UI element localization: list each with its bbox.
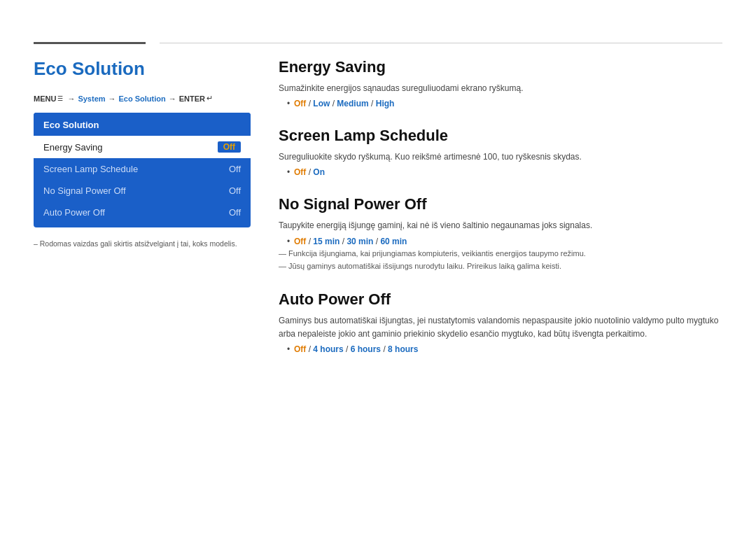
menu-arrow-1: → (67, 94, 75, 103)
option-15min: 15 min (313, 237, 340, 246)
menu-word: MENU (34, 94, 56, 103)
menu-path: MENU ☰ → System → Eco Solution → ENTER ↵ (34, 94, 251, 103)
section-title-auto-power: Auto Power Off (279, 290, 722, 309)
top-line-right (160, 43, 722, 43)
section-desc-auto-power: Gaminys bus automatiškai išjungtas, jei … (279, 314, 722, 341)
menu-system: System (78, 94, 105, 103)
top-line-left (34, 42, 146, 44)
nav-value-no-signal: Off (229, 185, 241, 196)
section-desc-energy-saving: Sumažinkite energijos sąnaudas sureguliu… (279, 82, 722, 95)
menu-enter: ENTER (179, 94, 205, 103)
section-desc-no-signal: Taupykite energiją išjungę gaminį, kai n… (279, 219, 722, 232)
section-auto-power: Auto Power Off Gaminys bus automatiškai … (279, 290, 722, 354)
nav-value-energy-saving: Off (218, 141, 241, 153)
section-title-screen-lamp: Screen Lamp Schedule (279, 127, 722, 145)
nav-value-auto-power: Off (229, 207, 241, 218)
option-low: Low (313, 99, 330, 108)
option-on: On (313, 167, 325, 177)
nav-label-screen-lamp: Screen Lamp Schedule (43, 164, 138, 174)
left-panel: Eco Solution MENU ☰ → System → Eco Solut… (34, 58, 251, 372)
option-medium: Medium (337, 99, 368, 108)
options-no-signal: Off / 15 min / 30 min / 60 min (287, 237, 722, 246)
menu-arrow-2: → (108, 94, 116, 103)
options-screen-lamp: Off / On (287, 167, 722, 177)
section-desc-screen-lamp: Sureguliuokite skydo ryškumą. Kuo reikšm… (279, 150, 722, 164)
enter-icon: ↵ (206, 94, 213, 103)
option-off-auto: Off (294, 344, 306, 354)
main-layout: Eco Solution MENU ☰ → System → Eco Solut… (0, 58, 756, 372)
option-off-screen: Off (294, 167, 306, 177)
section-screen-lamp: Screen Lamp Schedule Sureguliuokite skyd… (279, 127, 722, 177)
nav-label-no-signal: No Signal Power Off (43, 185, 126, 196)
nav-box-title: Eco Solution (34, 113, 251, 136)
section-title-no-signal: No Signal Power Off (279, 195, 722, 213)
menu-eco-solution: Eco Solution (119, 94, 166, 103)
footnote: – Rodomas vaizdas gali skirtis atsižvelg… (34, 239, 251, 250)
nav-item-energy-saving[interactable]: Energy Saving Off (34, 136, 251, 158)
section-no-signal: No Signal Power Off Taupykite energiją i… (279, 195, 722, 272)
bullet-list-no-signal: Off / 15 min / 30 min / 60 min (279, 237, 722, 246)
bullet-list-screen-lamp: Off / On (279, 167, 722, 177)
page-title: Eco Solution (34, 58, 251, 80)
top-lines (0, 42, 756, 44)
option-8hours: 8 hours (388, 344, 418, 354)
right-panel: Energy Saving Sumažinkite energijos sąna… (279, 58, 722, 372)
options-auto-power: Off / 4 hours / 6 hours / 8 hours (287, 344, 722, 354)
bullet-list-auto-power: Off / 4 hours / 6 hours / 8 hours (279, 344, 722, 354)
nav-label-energy-saving: Energy Saving (43, 142, 103, 153)
option-4hours: 4 hours (313, 344, 343, 354)
dash-note-2: Jūsų gaminys automatiškai išsijungs nuro… (279, 260, 722, 272)
section-title-energy-saving: Energy Saving (279, 58, 722, 76)
nav-item-screen-lamp[interactable]: Screen Lamp Schedule Off (34, 158, 251, 180)
options-energy-saving: Off / Low / Medium / High (287, 99, 722, 108)
nav-value-screen-lamp: Off (229, 164, 241, 174)
option-60min: 60 min (380, 237, 407, 246)
nav-item-no-signal[interactable]: No Signal Power Off Off (34, 180, 251, 202)
menu-arrow-3: → (169, 94, 176, 103)
menu-icon: ☰ (57, 95, 63, 102)
nav-box: Eco Solution Energy Saving Off Screen La… (34, 113, 251, 227)
nav-label-auto-power: Auto Power Off (43, 207, 105, 218)
option-6hours: 6 hours (351, 344, 381, 354)
section-energy-saving: Energy Saving Sumažinkite energijos sąna… (279, 58, 722, 108)
option-high: High (376, 99, 395, 108)
option-off-nosignal: Off (294, 237, 306, 246)
nav-item-auto-power[interactable]: Auto Power Off Off (34, 202, 251, 223)
dash-note-1: Funkcija išjungiama, kai prijungiamas ko… (279, 248, 722, 260)
option-off-energy: Off (294, 99, 306, 108)
bullet-list-energy-saving: Off / Low / Medium / High (279, 99, 722, 108)
option-30min: 30 min (346, 237, 373, 246)
